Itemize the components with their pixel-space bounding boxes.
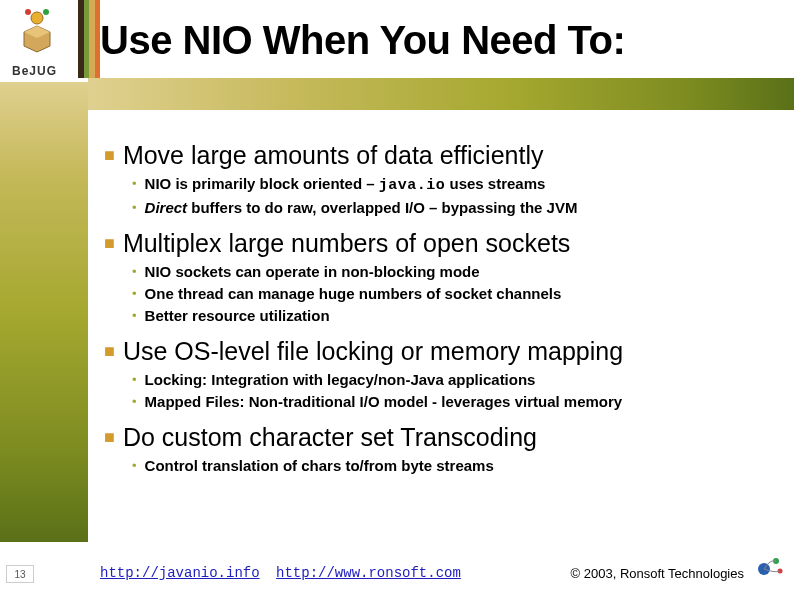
link-javanio[interactable]: http://javanio.info bbox=[100, 565, 260, 581]
sub-text: Locking: Integration with legacy/non-Jav… bbox=[145, 370, 536, 390]
heading-2: ■ Multiplex large numbers of open socket… bbox=[104, 228, 764, 258]
page-title: Use NIO When You Need To: bbox=[100, 18, 625, 63]
svg-point-2 bbox=[31, 12, 43, 24]
bullet-square-icon: ■ bbox=[104, 336, 115, 366]
bullet-dot-icon: • bbox=[132, 284, 137, 304]
sub-bullet: • Locking: Integration with legacy/non-J… bbox=[132, 370, 764, 390]
bullet-dot-icon: • bbox=[132, 262, 137, 282]
sub-text: Better resource utilization bbox=[145, 306, 330, 326]
header-gradient bbox=[88, 78, 794, 110]
sub-bullet: • NIO is primarily block oriented – java… bbox=[132, 174, 764, 196]
sub-text: One thread can manage huge numbers of so… bbox=[145, 284, 562, 304]
bejug-logo-icon bbox=[8, 8, 66, 66]
sub-text: NIO is primarily block oriented – java.i… bbox=[145, 174, 546, 196]
section-1: ■ Move large amounts of data efficiently… bbox=[104, 140, 764, 218]
bullet-dot-icon: • bbox=[132, 392, 137, 412]
sub-text: Direct buffers to do raw, overlapped I/O… bbox=[145, 198, 578, 218]
bullet-square-icon: ■ bbox=[104, 228, 115, 258]
sub-text: Control translation of chars to/from byt… bbox=[145, 456, 494, 476]
header: BeJUG Use NIO When You Need To: bbox=[0, 0, 794, 118]
sub-text: NIO sockets can operate in non-blocking … bbox=[145, 262, 480, 282]
color-stripe bbox=[78, 0, 100, 78]
sub-bullet: • Better resource utilization bbox=[132, 306, 764, 326]
heading-text: Multiplex large numbers of open sockets bbox=[123, 228, 570, 258]
bullet-dot-icon: • bbox=[132, 198, 137, 218]
bullet-square-icon: ■ bbox=[104, 422, 115, 452]
footer: 13 http://javanio.info http://www.ronsof… bbox=[0, 561, 794, 583]
copyright: © 2003, Ronsoft Technologies bbox=[571, 566, 744, 581]
bullet-dot-icon: • bbox=[132, 456, 137, 476]
section-3: ■ Use OS-level file locking or memory ma… bbox=[104, 336, 764, 412]
page-number: 13 bbox=[6, 565, 34, 583]
sub-bullet: • NIO sockets can operate in non-blockin… bbox=[132, 262, 764, 282]
sub-bullet: • Mapped Files: Non-traditional I/O mode… bbox=[132, 392, 764, 412]
heading-text: Move large amounts of data efficiently bbox=[123, 140, 544, 170]
heading-text: Do custom character set Transcoding bbox=[123, 422, 537, 452]
content-area: ■ Move large amounts of data efficiently… bbox=[104, 130, 764, 478]
heading-4: ■ Do custom character set Transcoding bbox=[104, 422, 764, 452]
footer-links: http://javanio.info http://www.ronsoft.c… bbox=[100, 565, 469, 581]
ronsoft-logo-icon bbox=[754, 553, 786, 577]
bullet-dot-icon: • bbox=[132, 174, 137, 194]
left-gradient-rail bbox=[0, 82, 88, 542]
bullet-dot-icon: • bbox=[132, 306, 137, 326]
sub-bullet: • Direct buffers to do raw, overlapped I… bbox=[132, 198, 764, 218]
svg-point-4 bbox=[43, 9, 49, 15]
heading-1: ■ Move large amounts of data efficiently bbox=[104, 140, 764, 170]
brand-name: BeJUG bbox=[12, 64, 57, 78]
bullet-dot-icon: • bbox=[132, 370, 137, 390]
heading-text: Use OS-level file locking or memory mapp… bbox=[123, 336, 623, 366]
heading-3: ■ Use OS-level file locking or memory ma… bbox=[104, 336, 764, 366]
link-ronsoft[interactable]: http://www.ronsoft.com bbox=[276, 565, 461, 581]
sub-bullet: • Control translation of chars to/from b… bbox=[132, 456, 764, 476]
sub-text: Mapped Files: Non-traditional I/O model … bbox=[145, 392, 623, 412]
section-2: ■ Multiplex large numbers of open socket… bbox=[104, 228, 764, 326]
bullet-square-icon: ■ bbox=[104, 140, 115, 170]
sub-bullet: • One thread can manage huge numbers of … bbox=[132, 284, 764, 304]
svg-point-3 bbox=[25, 9, 31, 15]
section-4: ■ Do custom character set Transcoding • … bbox=[104, 422, 764, 476]
